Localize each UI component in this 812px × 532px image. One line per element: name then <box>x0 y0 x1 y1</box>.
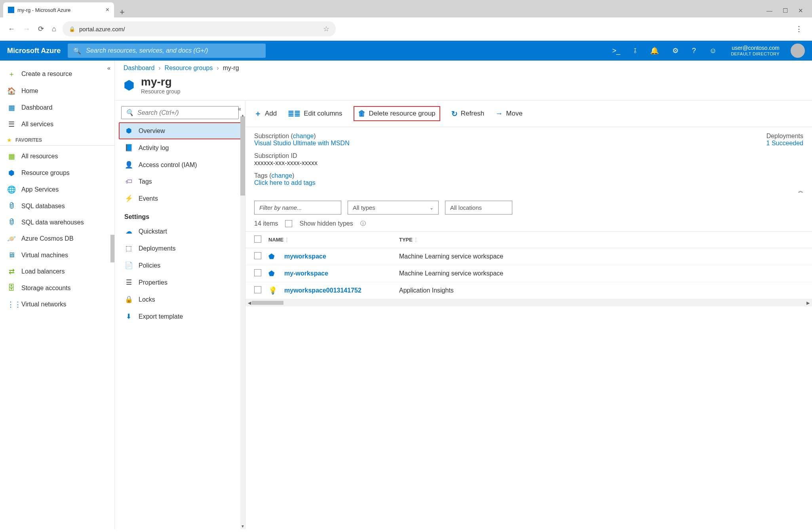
change-tags-link[interactable]: change <box>272 172 293 179</box>
inner-split: « 🔍 Search (Ctrl+/) ⬢Overview 📘Activity … <box>115 101 812 529</box>
nav-cosmos-db[interactable]: 🪐Azure Cosmos DB <box>0 230 114 247</box>
reload-button[interactable]: ⟳ <box>36 23 46 35</box>
nav-virtual-networks[interactable]: ⋮⋮Virtual networks <box>0 296 114 313</box>
nav-activity-log[interactable]: 📘Activity log <box>119 139 241 156</box>
nav-all-resources[interactable]: ▦All resources <box>0 148 114 165</box>
nav-sql-databases[interactable]: 🛢SQL databases <box>0 198 114 214</box>
forward-button[interactable]: → <box>21 23 32 35</box>
azure-search-input[interactable] <box>86 47 260 54</box>
add-tags-link[interactable]: Click here to add tags <box>254 179 316 186</box>
crumb-dashboard[interactable]: Dashboard <box>124 65 154 72</box>
row-checkbox[interactable] <box>254 286 261 293</box>
subscription-value[interactable]: Visual Studio Ultimate with MSDN <box>254 140 350 146</box>
azure-favicon-icon <box>8 7 14 13</box>
nav-resource-groups[interactable]: ⬢Resource groups <box>0 165 114 181</box>
nav-virtual-machines[interactable]: 🖥Virtual machines <box>0 247 114 263</box>
collapse-left-nav-icon[interactable]: « <box>107 65 110 71</box>
feedback-icon[interactable]: ☺ <box>709 47 717 55</box>
nav-properties[interactable]: ☰Properties <box>119 274 241 291</box>
nav-policies[interactable]: 📄Policies <box>119 257 241 274</box>
deployments-value[interactable]: 1 Succeeded <box>766 140 803 146</box>
horizontal-scrollbar[interactable]: ◀ ▶ <box>245 299 812 306</box>
row-checkbox[interactable] <box>254 269 261 276</box>
nav-access-control[interactable]: 👤Access control (IAM) <box>119 156 241 173</box>
scroll-right-arrow-icon[interactable]: ▶ <box>806 300 810 306</box>
resource-nav-scrollbar[interactable] <box>240 116 245 196</box>
filter-by-name-input[interactable]: Filter by name... <box>254 201 341 215</box>
back-button[interactable]: ← <box>6 23 17 35</box>
row-checkbox[interactable] <box>254 252 261 259</box>
help-icon[interactable]: ? <box>692 47 696 55</box>
minimize-icon[interactable]: — <box>766 7 772 14</box>
table-row[interactable]: ⬟myworkspaceMachine Learning service wor… <box>245 248 812 265</box>
azure-search[interactable]: 🔍 <box>68 44 266 58</box>
add-button[interactable]: ＋Add <box>254 108 277 119</box>
change-subscription-link[interactable]: change <box>293 133 314 139</box>
nav-app-services[interactable]: 🌐App Services <box>0 181 114 198</box>
table-row[interactable]: ⬟my-workspaceMachine Learning service wo… <box>245 265 812 282</box>
info-icon[interactable]: ⓘ <box>360 220 366 227</box>
scroll-left-arrow-icon[interactable]: ◀ <box>248 300 251 306</box>
bookmark-star-icon[interactable]: ☆ <box>323 25 329 33</box>
nav-export-template[interactable]: ⬇Export template <box>119 308 241 325</box>
user-block[interactable]: user@contoso.com DEFAULT DIRECTORY <box>731 45 780 57</box>
nav-create-resource[interactable]: ＋ Create a resource <box>0 65 114 83</box>
move-button[interactable]: →Move <box>495 109 523 118</box>
nav-locks[interactable]: 🔒Locks <box>119 291 241 308</box>
filter-icon[interactable]: ⫱ <box>634 47 637 55</box>
log-icon: 📘 <box>124 144 133 152</box>
close-window-icon[interactable]: ✕ <box>798 7 803 14</box>
location-filter-select[interactable]: All locations <box>445 201 512 215</box>
collapse-essentials-icon[interactable]: ︽ <box>798 187 803 194</box>
new-tab-button[interactable]: + <box>114 7 130 17</box>
collapse-resource-nav-icon[interactable]: « <box>238 105 241 112</box>
nav-home[interactable]: 🏠 Home <box>0 83 114 99</box>
nav-events[interactable]: ⚡Events <box>119 190 241 207</box>
sort-icon[interactable]: ↑↓ <box>286 238 288 242</box>
type-filter-select[interactable]: All types⌄ <box>348 201 439 215</box>
nav-tags[interactable]: 🏷Tags <box>119 173 241 190</box>
sort-icon[interactable]: ↑↓ <box>415 238 417 242</box>
nav-quickstart[interactable]: ☁Quickstart <box>119 223 241 240</box>
resource-name-link[interactable]: myworkspace0013141752 <box>284 287 361 294</box>
nav-dashboard[interactable]: ▦ Dashboard <box>0 99 114 116</box>
crumb-resource-groups[interactable]: Resource groups <box>165 65 213 72</box>
show-hidden-checkbox[interactable] <box>285 220 292 227</box>
close-tab-icon[interactable]: × <box>106 6 109 13</box>
refresh-button[interactable]: ↻Refresh <box>451 109 485 118</box>
select-all-checkbox[interactable] <box>254 236 261 243</box>
nav-overview[interactable]: ⬢Overview <box>119 122 241 139</box>
home-button[interactable]: ⌂ <box>50 23 58 35</box>
left-nav-scrollbar[interactable] <box>110 235 114 262</box>
resource-name-link[interactable]: myworkspace <box>284 253 326 260</box>
resource-nav: « 🔍 Search (Ctrl+/) ⬢Overview 📘Activity … <box>115 101 245 529</box>
table-row[interactable]: 💡myworkspace0013141752Application Insigh… <box>245 282 812 299</box>
page-title: my-rg <box>141 76 181 88</box>
resource-nav-search[interactable]: 🔍 Search (Ctrl+/) <box>121 106 239 119</box>
scroll-down-arrow-icon[interactable]: ▼ <box>240 524 245 528</box>
url-field[interactable]: 🔒 portal.azure.com/ ☆ <box>63 21 336 36</box>
azure-top-bar: Microsoft Azure 🔍 >_ ⫱ 🔔 ⚙ ? ☺ user@cont… <box>0 41 812 61</box>
cloud-shell-icon[interactable]: >_ <box>612 47 620 55</box>
resource-name-link[interactable]: my-workspace <box>284 270 328 277</box>
notifications-icon[interactable]: 🔔 <box>650 46 659 55</box>
favorites-header: ★ FAVORITES <box>0 133 114 146</box>
maximize-icon[interactable]: ☐ <box>783 7 788 14</box>
nav-sql-data-warehouses[interactable]: 🛢SQL data warehouses <box>0 214 114 230</box>
chevron-right-icon: › <box>158 65 160 72</box>
scroll-thumb[interactable] <box>252 301 283 305</box>
azure-brand[interactable]: Microsoft Azure <box>7 47 61 55</box>
nav-deployments[interactable]: ⬚Deployments <box>119 240 241 257</box>
load-balancer-icon: ⇄ <box>7 267 16 276</box>
settings-gear-icon[interactable]: ⚙ <box>672 46 679 55</box>
nav-storage-accounts[interactable]: 🗄Storage accounts <box>0 280 114 296</box>
delete-resource-group-button[interactable]: 🗑Delete resource group <box>354 106 440 121</box>
nav-all-services[interactable]: ☰ All services <box>0 116 114 133</box>
browser-menu-icon[interactable]: ⋮ <box>795 25 806 33</box>
user-email: user@contoso.com <box>731 45 780 51</box>
nav-load-balancers[interactable]: ⇄Load balancers <box>0 263 114 280</box>
avatar[interactable] <box>791 44 805 58</box>
tab-strip: my-rg - Microsoft Azure × + — ☐ ✕ <box>0 0 812 17</box>
edit-columns-button[interactable]: ≣≣Edit columns <box>288 109 342 118</box>
browser-tab[interactable]: my-rg - Microsoft Azure × <box>3 2 114 17</box>
